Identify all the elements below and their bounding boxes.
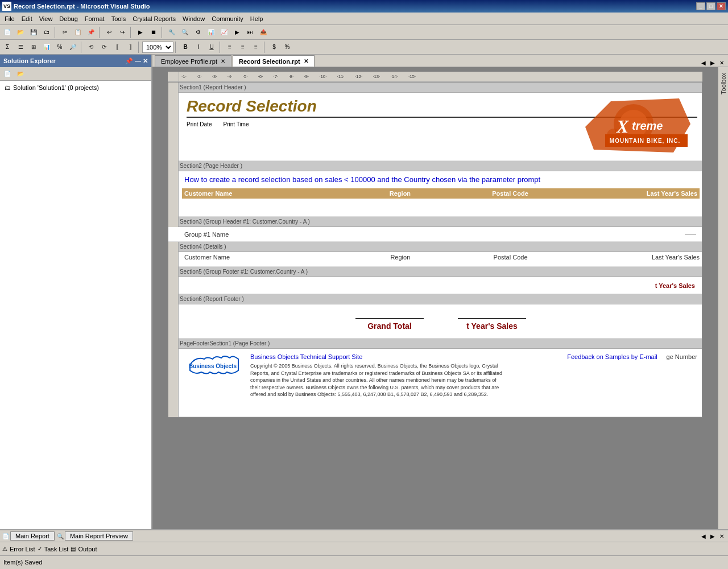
menu-help[interactable]: Help <box>247 14 267 23</box>
align-center-button[interactable]: ≡ <box>237 41 249 53</box>
toolbar-btn-6[interactable]: ▶ <box>231 26 243 39</box>
solution-item[interactable]: 🗂 Solution 'Solution1' (0 projects) <box>2 83 149 92</box>
detail-postal-code: Postal Code <box>494 254 597 261</box>
undo-button[interactable]: ↩ <box>103 26 115 39</box>
align-right-button[interactable]: ≡ <box>250 41 262 53</box>
se-close-button[interactable]: ✕ <box>143 57 148 65</box>
task-list-tab[interactable]: Task List <box>44 546 69 552</box>
toolbar-btn-2[interactable]: 🔍 <box>179 26 191 39</box>
italic-button[interactable]: I <box>192 41 205 53</box>
toolbox-panel[interactable]: Toolbox <box>718 67 728 529</box>
tb2-btn3[interactable]: % <box>53 41 66 53</box>
section4-header: ▼ Section4 (Details ) <box>168 242 702 252</box>
feedback-link[interactable]: Feedback on Samples by E-mail <box>567 353 657 360</box>
tb2-btn8[interactable]: ⟧ <box>124 41 136 53</box>
report-canvas[interactable]: ·1· ·2· ·3· ·4· ·5· ·6· ·7· ·8· ·9· ·10·… <box>152 67 718 529</box>
svg-text:Business Objects: Business Objects <box>189 363 237 369</box>
menu-window[interactable]: Window <box>179 14 208 23</box>
toolbar-btn-4[interactable]: 📊 <box>205 26 217 39</box>
tab-record-selection[interactable]: Record Selection.rpt ✕ <box>233 55 315 67</box>
close-button[interactable]: ✕ <box>717 2 726 10</box>
menu-bar: File Edit View Debug Format Tools Crysta… <box>0 13 728 25</box>
save-button[interactable]: 💾 <box>27 26 40 39</box>
se-toolbar: 📄 📂 <box>0 67 151 81</box>
minimize-button[interactable]: _ <box>696 2 705 10</box>
start-button[interactable]: ▶ <box>134 26 147 39</box>
bottom-nav-right[interactable]: ▶ <box>709 533 717 540</box>
open-button[interactable]: 📂 <box>14 26 27 39</box>
menu-format[interactable]: Format <box>81 14 108 23</box>
error-list-tab[interactable]: Error List <box>10 546 35 552</box>
toolbar-btn-5[interactable]: 📈 <box>218 26 230 39</box>
se-pin-button[interactable]: 📌 <box>125 57 133 65</box>
menu-debug[interactable]: Debug <box>56 14 81 23</box>
tab-close-icon[interactable]: ✕ <box>221 58 225 64</box>
print-date: Print Date <box>187 121 212 127</box>
se-open-folder-button[interactable]: 📂 <box>14 68 27 80</box>
svg-text:MOUNTAIN BIKE, INC.: MOUNTAIN BIKE, INC. <box>610 138 680 144</box>
currency-button[interactable]: $ <box>268 41 280 53</box>
grand-total-label: Grand Total <box>367 321 412 331</box>
tb2-btn6[interactable]: ⟳ <box>98 41 110 53</box>
tb2-btn1[interactable]: ⊞ <box>27 41 40 53</box>
ruler: ·1· ·2· ·3· ·4· ·5· ·6· ·7· ·8· ·9· ·10·… <box>168 72 702 82</box>
tab-employee-profile[interactable]: Employee Profile.rpt ✕ <box>155 55 231 67</box>
menu-tools[interactable]: Tools <box>108 14 130 23</box>
copy-button[interactable]: 📋 <box>72 26 84 39</box>
stop-button[interactable]: ⏹ <box>147 26 160 39</box>
cut-button[interactable]: ✂ <box>59 26 71 39</box>
tb2-btn5[interactable]: ⟲ <box>85 41 97 53</box>
error-list-icon: ⚠ <box>2 546 7 552</box>
biz-objects-logo: Business Objects <box>184 353 241 377</box>
tb2-btn4[interactable]: 🔎 <box>67 41 79 53</box>
section2-content: How to create a record selection based o… <box>168 171 702 217</box>
new-button[interactable]: 📄 <box>1 26 14 39</box>
percent-button[interactable]: % <box>281 41 293 53</box>
col-region: Region <box>390 190 492 197</box>
align-left-button[interactable]: ≡ <box>224 41 236 53</box>
menu-edit[interactable]: Edit <box>18 14 36 23</box>
menu-view[interactable]: View <box>36 14 56 23</box>
toolbar-btn-8[interactable]: 📤 <box>257 26 270 39</box>
output-tab[interactable]: Output <box>78 546 97 552</box>
section5-content: t Year's Sales <box>168 277 702 294</box>
toolbar-btn-7[interactable]: ⏭ <box>244 26 257 39</box>
section2-header: ▼ Section2 (Page Header ) <box>168 161 702 171</box>
bottom-close-button[interactable]: ✕ <box>718 533 726 540</box>
menu-file[interactable]: File <box>1 14 18 23</box>
tab-close-icon[interactable]: ✕ <box>304 58 308 64</box>
main-report-tab[interactable]: Main Report <box>10 531 55 541</box>
menu-community[interactable]: Community <box>208 14 247 23</box>
toolbar-btn-3[interactable]: ⚙ <box>192 26 204 39</box>
maximize-button[interactable]: □ <box>706 2 715 10</box>
bottom-nav-left[interactable]: ◀ <box>700 533 708 540</box>
bold-button[interactable]: B <box>179 41 192 53</box>
list-button[interactable]: ☰ <box>14 41 27 53</box>
zoom-dropdown[interactable]: 100% 75% 50% <box>142 42 173 53</box>
tab-label: Record Selection.rpt <box>239 58 300 65</box>
paste-button[interactable]: 📌 <box>85 26 97 39</box>
solution-explorer: Solution Explorer 📌 — ✕ 📄 📂 🗂 Solution '… <box>0 55 152 529</box>
tab-nav-left[interactable]: ◀ <box>700 59 708 67</box>
sum-button[interactable]: Σ <box>1 41 14 53</box>
page-header-text: How to create a record selection based o… <box>180 171 702 188</box>
pagefooter-content: Business Objects Business Objects Techni… <box>168 349 702 417</box>
save-all-button[interactable]: 🗂 <box>40 26 53 39</box>
se-new-file-button[interactable]: 📄 <box>1 68 14 80</box>
toolbox-label[interactable]: Toolbox <box>720 73 727 94</box>
underline-button[interactable]: U <box>205 41 218 53</box>
status-bar: Item(s) Saved <box>0 555 728 568</box>
redo-button[interactable]: ↪ <box>116 26 129 39</box>
se-minimize-button[interactable]: — <box>135 57 141 65</box>
tb2-btn7[interactable]: ⟦ <box>111 41 123 53</box>
se-title: Solution Explorer <box>3 57 56 64</box>
main-report-preview-tab[interactable]: Main Report Preview <box>65 531 133 541</box>
app-icon: VS <box>2 2 11 11</box>
tab-close-all[interactable]: ✕ <box>718 59 726 67</box>
tab-nav-right[interactable]: ▶ <box>709 59 717 67</box>
tb2-btn2[interactable]: 📊 <box>40 41 53 53</box>
task-list-icon: ✓ <box>38 546 42 552</box>
toolbar-btn-1[interactable]: 🔧 <box>166 26 178 39</box>
support-link[interactable]: Business Objects Technical Support Site <box>250 353 362 360</box>
menu-crystal-reports[interactable]: Crystal Reports <box>129 14 179 23</box>
